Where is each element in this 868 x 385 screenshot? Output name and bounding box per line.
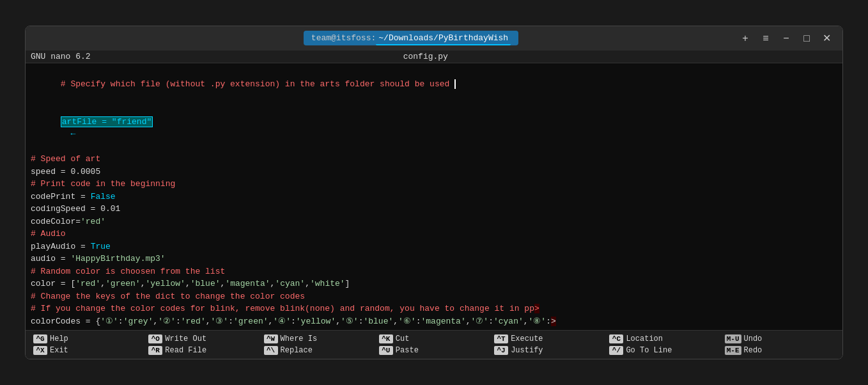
titlebar-controls: + ≡ − □ ✕ [738, 31, 835, 46]
editor-area[interactable]: # Specify which file (without .py extens… [26, 63, 842, 331]
editor-line: codingSpeed = 0.01 [31, 203, 837, 216]
label-writeout: Write Out [165, 334, 206, 343]
shortcut-writeout[interactable]: ^O Write Out [146, 333, 261, 345]
editor-line: codePrint = False [31, 191, 837, 203]
label-gotoline: Go To Line [626, 346, 672, 355]
shortcut-help[interactable]: ^G Help [31, 333, 146, 345]
shortcut-replace[interactable]: ^\ Replace [261, 345, 376, 356]
label-exit: Exit [50, 346, 68, 355]
shortcut-justify[interactable]: ^J Justify [492, 345, 607, 356]
titlebar-center: team@itsfoss:~/Downloads/PyBirthdayWish [304, 31, 518, 45]
key-whereis: ^W [264, 334, 278, 343]
shortcut-location[interactable]: ^C Location [607, 333, 722, 345]
statusbar: ^G Help ^O Write Out ^W Where Is ^K Cut … [26, 330, 842, 359]
editor-line: artFile = "friend" ← [31, 103, 837, 153]
editor-line: # Print code in the beginning [31, 178, 837, 191]
label-cut: Cut [396, 334, 410, 343]
editor-line: # Audio [31, 228, 837, 240]
close-button[interactable]: ✕ [819, 31, 835, 46]
new-tab-button[interactable]: + [738, 31, 753, 46]
editor-line: # Change the keys of the dict to change … [31, 290, 837, 303]
label-justify: Justify [511, 346, 543, 355]
key-help: ^G [33, 334, 47, 343]
maximize-button[interactable]: □ [799, 31, 814, 46]
editor-line: codeColor='red' [31, 216, 837, 228]
editor-line: audio = 'HappyBirthday.mp3' [31, 253, 837, 265]
editor-line: # Random color is choosen from the list [31, 265, 837, 278]
editor-line: playAudio = True [31, 240, 837, 253]
key-readfile: ^R [148, 346, 162, 355]
shortcut-execute[interactable]: ^T Execute [492, 333, 607, 345]
editor-line: # Specify which file (without .py extens… [31, 66, 837, 104]
title-path: ~/Downloads/PyBirthdayWish [376, 32, 511, 45]
key-redo: M-E [725, 346, 741, 355]
key-exit: ^X [33, 346, 47, 355]
key-cut: ^K [379, 334, 393, 343]
titlebar: team@itsfoss:~/Downloads/PyBirthdayWish … [26, 26, 842, 51]
label-undo: Undo [744, 334, 763, 343]
key-execute: ^T [494, 334, 508, 343]
key-replace: ^\ [264, 346, 278, 355]
label-replace: Replace [281, 346, 313, 355]
label-execute: Execute [511, 334, 543, 343]
editor-line: speed = 0.0005 [31, 166, 837, 178]
nano-version: GNU nano 6.2 [31, 52, 91, 61]
key-paste: ^U [379, 346, 393, 355]
editor-line: color = ['red','green','yellow','blue','… [31, 278, 837, 290]
shortcut-gotoline[interactable]: ^/ Go To Line [607, 345, 722, 356]
window-title: team@itsfoss:~/Downloads/PyBirthdayWish [304, 31, 518, 45]
key-location: ^C [609, 334, 623, 343]
editor-line: # If you change the color codes for blin… [31, 302, 837, 315]
label-paste: Paste [396, 346, 419, 355]
editor-line: # Speed of art [31, 153, 837, 166]
menu-button[interactable]: ≡ [758, 31, 773, 46]
filename: config.py [403, 52, 448, 61]
shortcut-readfile[interactable]: ^R Read File [146, 345, 261, 356]
terminal-window: team@itsfoss:~/Downloads/PyBirthdayWish … [25, 26, 843, 360]
shortcut-whereis[interactable]: ^W Where Is [261, 333, 376, 345]
key-justify: ^J [494, 346, 508, 355]
shortcut-cut[interactable]: ^K Cut [376, 333, 492, 345]
title-user: team@itsfoss: [311, 33, 376, 43]
selected-code: artFile = "friend" [61, 116, 153, 127]
label-redo: Redo [744, 346, 763, 355]
editor-line: colorCodes = {'①':'grey','②':'red','③':'… [31, 315, 837, 328]
key-writeout: ^O [148, 334, 162, 343]
minimize-button[interactable]: − [779, 31, 794, 46]
key-gotoline: ^/ [609, 346, 623, 355]
shortcut-exit[interactable]: ^X Exit [31, 345, 146, 356]
shortcut-redo[interactable]: M-E Redo [722, 345, 837, 356]
nano-header: GNU nano 6.2 config.py [26, 51, 842, 63]
label-whereis: Where Is [281, 334, 318, 343]
label-help: Help [50, 334, 68, 343]
key-undo: M-U [725, 334, 741, 343]
shortcut-undo[interactable]: M-U Undo [722, 333, 837, 345]
shortcut-paste[interactable]: ^U Paste [376, 345, 492, 356]
label-location: Location [626, 334, 663, 343]
label-readfile: Read File [165, 346, 206, 355]
